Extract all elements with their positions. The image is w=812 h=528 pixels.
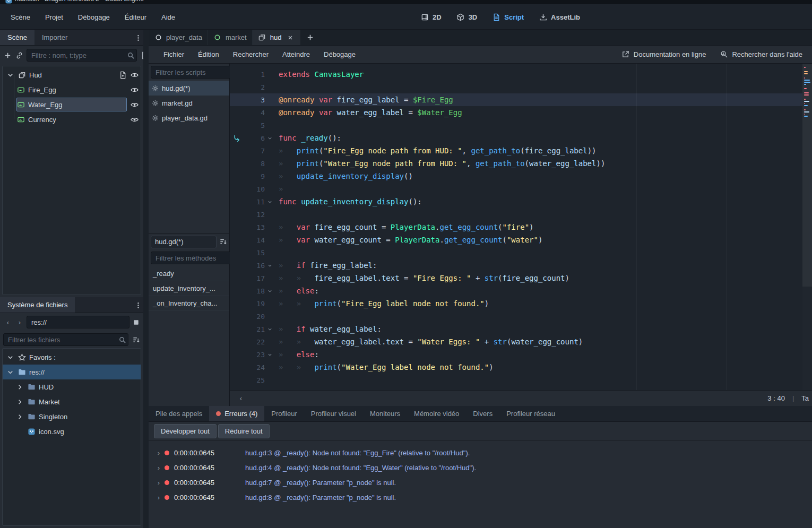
code-line[interactable]: 21» if water_egg_label: bbox=[230, 323, 812, 335]
expand-chevron-icon[interactable]: › bbox=[154, 494, 163, 501]
debugger-tab-profileur-reseau[interactable]: Profileur réseau bbox=[499, 406, 562, 421]
script-menu-edition[interactable]: Édition bbox=[193, 48, 224, 60]
attached-script-icon[interactable] bbox=[118, 71, 127, 79]
workspace-script[interactable]: Script bbox=[487, 10, 529, 24]
code-line[interactable]: 15 bbox=[230, 246, 812, 259]
fs-item-favoris[interactable]: Favoris : bbox=[3, 350, 141, 365]
expand-chevron-icon[interactable]: › bbox=[154, 449, 163, 457]
code-line[interactable]: 17» » fire_egg_label.text = "Fire Eggs: … bbox=[230, 272, 812, 284]
code-minimap[interactable] bbox=[802, 64, 812, 390]
nav-forward-icon[interactable]: › bbox=[15, 318, 24, 326]
menu-debogage[interactable]: Débogage bbox=[73, 11, 115, 24]
nav-back-icon[interactable]: ‹ bbox=[3, 318, 13, 326]
debugger-tab-profileur-visuel[interactable]: Profileur visuel bbox=[304, 406, 363, 421]
chevron-down-icon[interactable] bbox=[6, 368, 14, 376]
code-line[interactable]: 5 bbox=[230, 119, 812, 132]
fs-item-singleton[interactable]: Singleton bbox=[3, 409, 141, 424]
fs-item-hud[interactable]: HUD bbox=[3, 379, 141, 394]
chevron-right-icon[interactable] bbox=[15, 383, 24, 391]
menu-editeur[interactable]: Éditeur bbox=[119, 11, 152, 24]
menu-aide[interactable]: Aide bbox=[156, 11, 180, 24]
menu-scene[interactable]: Scène bbox=[5, 11, 36, 24]
code-line[interactable]: 18» else: bbox=[230, 284, 812, 297]
debugger-tab-memoire-video[interactable]: Mémoire vidéo bbox=[407, 406, 466, 421]
filesystem-menu-icon[interactable] bbox=[134, 301, 142, 309]
workspace-3d[interactable]: 3D bbox=[451, 10, 483, 24]
debugger-tab-erreurs-4[interactable]: Erreurs (4) bbox=[209, 406, 264, 421]
scene-dock-menu-icon[interactable] bbox=[134, 33, 142, 42]
code-line[interactable]: 8» print("Water_Egg node path from HUD: … bbox=[230, 157, 812, 170]
error-row[interactable]: ›0:00:00:0645hud.gd:4 @ _ready(): Node n… bbox=[154, 460, 812, 475]
code-line[interactable]: 3@onready var fire_egg_label = $Fire_Egg bbox=[230, 93, 812, 106]
script-item-player-data-gd[interactable]: player_data.gd bbox=[149, 110, 229, 125]
script-menu-fichier[interactable]: Fichier bbox=[158, 48, 189, 60]
code-line[interactable]: 19» » print("Fire_Egg label node not fou… bbox=[230, 297, 812, 310]
visibility-eye-icon[interactable] bbox=[130, 100, 139, 109]
code-line[interactable]: 22» » water_egg_label.text = "Water Eggs… bbox=[230, 335, 812, 348]
instance-scene-icon[interactable] bbox=[15, 51, 23, 59]
code-line[interactable]: 9» update_inventory_display() bbox=[230, 170, 812, 183]
script-item-hud-gd[interactable]: hud.gd(*) bbox=[149, 81, 229, 96]
error-row[interactable]: ›0:00:00:0645hud.gd:7 @ _ready(): Parame… bbox=[154, 475, 812, 490]
sort-methods-icon[interactable] bbox=[219, 238, 227, 246]
scene-tab-market[interactable]: market bbox=[208, 30, 253, 45]
developper-tout-button[interactable]: Développer tout bbox=[154, 424, 217, 438]
expand-chevron-icon[interactable]: › bbox=[154, 464, 163, 472]
chevron-down-icon[interactable] bbox=[6, 71, 14, 79]
new-scene-tab-button[interactable] bbox=[300, 30, 319, 45]
online-docs-button[interactable]: Documentation en ligne bbox=[617, 48, 711, 61]
code-line[interactable]: 20 bbox=[230, 310, 812, 323]
code-line[interactable]: 12 bbox=[230, 208, 812, 221]
filesystem-tab[interactable]: Système de fichiers bbox=[0, 297, 75, 313]
fold-chevron-icon[interactable] bbox=[265, 263, 274, 269]
code-line[interactable]: 25 bbox=[230, 374, 812, 386]
method-item-ready[interactable]: _ready bbox=[149, 266, 229, 281]
code-line[interactable]: 7» print("Fire_Egg node path from HUD: "… bbox=[230, 144, 812, 157]
chevron-down-icon[interactable] bbox=[6, 353, 14, 361]
code-area[interactable]: 1extends CanvasLayer23@onready var fire_… bbox=[230, 64, 812, 390]
scene-tab-hud[interactable]: hud bbox=[253, 30, 301, 45]
fs-item-icon-svg[interactable]: icon.svg bbox=[3, 424, 141, 439]
chevron-right-icon[interactable] bbox=[15, 412, 24, 421]
dock-tab-importer[interactable]: Importer bbox=[34, 30, 75, 45]
code-line[interactable]: 2 bbox=[230, 81, 812, 93]
error-row[interactable]: ›0:00:00:0645hud.gd:8 @ _ready(): Parame… bbox=[154, 490, 812, 505]
code-line[interactable]: 1extends CanvasLayer bbox=[230, 68, 812, 81]
visibility-eye-icon[interactable] bbox=[130, 85, 139, 94]
error-row[interactable]: ›0:00:00:0645hud.gd:3 @ _ready(): Node n… bbox=[154, 445, 812, 460]
dock-tab-scene[interactable]: Scène bbox=[0, 30, 34, 45]
fs-item-res[interactable]: res:// bbox=[3, 365, 141, 379]
method-item-on-inventory-cha[interactable]: _on_Inventory_cha... bbox=[149, 296, 229, 311]
split-mode-icon[interactable] bbox=[132, 318, 140, 326]
expand-chevron-icon[interactable]: › bbox=[154, 479, 163, 487]
sort-files-icon[interactable] bbox=[132, 335, 140, 344]
code-line[interactable]: 10» bbox=[230, 183, 812, 195]
search-help-button[interactable]: Rechercher dans l'aide bbox=[715, 48, 807, 61]
menu-projet[interactable]: Projet bbox=[40, 11, 68, 24]
fs-item-market[interactable]: Market bbox=[3, 394, 141, 409]
code-line[interactable]: 16» if fire_egg_label: bbox=[230, 259, 812, 272]
visibility-eye-icon[interactable] bbox=[130, 115, 139, 124]
fold-chevron-icon[interactable] bbox=[265, 326, 274, 332]
debugger-tab-moniteurs[interactable]: Moniteurs bbox=[363, 406, 407, 421]
path-input[interactable] bbox=[27, 318, 129, 326]
filesystem-filter-input[interactable] bbox=[4, 336, 128, 344]
workspace-assetlib[interactable]: AssetLib bbox=[533, 10, 585, 24]
add-node-icon[interactable] bbox=[3, 51, 12, 59]
code-line[interactable]: 23» else: bbox=[230, 348, 812, 361]
scene-node-water-egg[interactable]: Water_Egg bbox=[3, 97, 141, 112]
code-line[interactable]: 14» var water_egg_count = PlayerData.get… bbox=[230, 233, 812, 246]
fold-chevron-icon[interactable] bbox=[265, 288, 274, 294]
fold-chevron-icon[interactable] bbox=[265, 199, 274, 205]
visibility-eye-icon[interactable] bbox=[130, 71, 139, 79]
scene-node-hud[interactable]: Hud bbox=[3, 67, 141, 82]
reduire-tout-button[interactable]: Réduire tout bbox=[218, 424, 270, 438]
scene-tab-player-data[interactable]: player_data bbox=[149, 30, 208, 45]
code-line[interactable]: 13» var fire_egg_count = PlayerData.get_… bbox=[230, 221, 812, 233]
debugger-tab-pile-des-appels[interactable]: Pile des appels bbox=[149, 406, 209, 421]
chevron-left-icon[interactable]: ‹ bbox=[236, 394, 246, 402]
close-icon[interactable] bbox=[286, 33, 295, 42]
script-item-market-gd[interactable]: market.gd bbox=[149, 96, 229, 110]
script-menu-debogage[interactable]: Débogage bbox=[318, 48, 361, 60]
script-menu-rechercher[interactable]: Rechercher bbox=[228, 48, 274, 60]
